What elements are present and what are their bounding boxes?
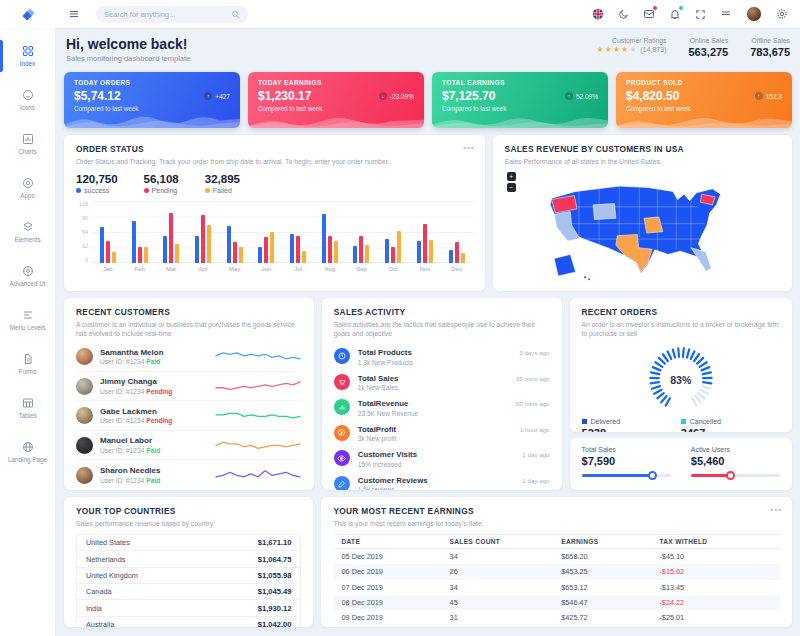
order-status-chart: 1289664320 JanFebMarAprMayJunJulAugSepOc… <box>76 201 473 272</box>
customer-row[interactable]: Manuel Labor User ID: #1234Paid <box>76 431 302 461</box>
layers-icon <box>22 221 34 233</box>
sidebar-toggle-button[interactable] <box>68 8 80 20</box>
header-stats: Customer Ratings ★★★★★(14,873) Online Sa… <box>597 37 790 58</box>
main-content: Hi, welcome back! Sales monitoring dashb… <box>56 28 800 636</box>
country-name: Canada <box>86 587 112 596</box>
country-row: India$1,930.12 <box>77 600 300 616</box>
bar-failed-aug <box>334 241 338 263</box>
apps-icon <box>22 177 34 189</box>
apps-menu-button[interactable] <box>720 8 732 20</box>
panel-title: SALES ACTIVITY <box>334 307 550 317</box>
dark-mode-button[interactable] <box>618 9 629 20</box>
coin-icon <box>334 425 350 441</box>
column-header: EARNINGS <box>561 538 659 545</box>
bar-group-may <box>227 201 243 263</box>
customer-row[interactable]: Samantha Melon User ID: #1234Paid <box>76 342 302 372</box>
panel-title: RECENT ORDERS <box>582 307 780 317</box>
activity-sub: 15% increased <box>358 461 417 468</box>
card-value: $4,820.50 <box>626 89 679 103</box>
cell-count: 34 <box>450 583 562 592</box>
customer-ratings-stat: Customer Ratings ★★★★★(14,873) <box>597 37 667 58</box>
sidebar-item-index[interactable]: Index <box>0 34 55 78</box>
table-icon <box>22 397 34 409</box>
bar-failed-dec <box>461 253 465 264</box>
bar-pending-jun <box>264 237 268 264</box>
sidebar-label: Charts <box>18 148 37 155</box>
sidebar-item-icons[interactable]: Icons <box>0 78 55 122</box>
status-badge: Paid <box>146 447 160 454</box>
user-avatar[interactable] <box>746 6 762 22</box>
customer-row[interactable]: Jimmy Changa User ID: #1234Pending <box>76 372 302 402</box>
usa-map-svg[interactable] <box>505 170 780 284</box>
activity-item[interactable]: Total Sales1k New Sales 35 mins ago <box>334 370 550 396</box>
activity-title: Customer Reviews <box>358 476 428 485</box>
fullscreen-button[interactable] <box>695 9 706 20</box>
customer-id: User ID: #1234 <box>100 388 144 395</box>
customer-id: User ID: #1234 <box>100 417 144 424</box>
country-name: United Kingdom <box>86 571 138 580</box>
x-axis-labels: JanFebMarAprMayJunJulAugSepOctNovDec <box>92 266 473 272</box>
map-zoom-in-button[interactable]: + <box>507 172 516 181</box>
slider-knob[interactable] <box>726 471 735 480</box>
bar-pending-jan <box>106 241 110 263</box>
activity-time: 3 days ago <box>519 348 549 356</box>
bar-failed-may <box>239 247 243 263</box>
expand-icon <box>695 9 706 20</box>
sidebar-item-forms[interactable]: Forms <box>0 342 55 386</box>
language-flag-button[interactable] <box>592 8 604 20</box>
sidebar-label: Icons <box>20 104 35 111</box>
more-options-icon[interactable]: ••• <box>463 143 474 152</box>
rating-count: (14,873) <box>640 46 666 53</box>
slider-knob[interactable] <box>648 471 657 480</box>
bar-success-may <box>227 226 231 263</box>
activity-item[interactable]: Customer Reviews1.5k reviews 1 day ago <box>334 472 550 490</box>
more-options-icon[interactable]: ••• <box>771 505 782 514</box>
notifications-button[interactable] <box>669 8 681 20</box>
failed-stat: 32,895 Failed <box>205 173 240 194</box>
app-logo[interactable] <box>0 7 56 22</box>
messages-button[interactable] <box>643 8 655 20</box>
sidebar-item-landing-page[interactable]: Landing Page <box>0 430 55 474</box>
trend-arrow-icon: ↓ <box>379 92 387 100</box>
sidebar-item-elements[interactable]: Elements <box>0 210 55 254</box>
sidebar-item-advanced-ui[interactable]: Advanced UI <box>0 254 55 298</box>
customer-row[interactable]: Gabe Lackmen User ID: #1234Pending <box>76 401 302 431</box>
search-input[interactable] <box>104 10 214 19</box>
sales-activity-panel: SALES ACTIVITY Sales activities are the … <box>322 298 562 490</box>
settings-button[interactable] <box>776 8 788 20</box>
card-title: PRODUCT SOLD <box>626 79 782 86</box>
file-icon <box>22 353 34 365</box>
recent-customers-panel: RECENT CUSTOMERS A customer is an indivi… <box>64 298 314 490</box>
slider-label: Active Users <box>691 446 780 453</box>
map-zoom-out-button[interactable]: − <box>507 183 516 192</box>
trend-arrow-icon: ↑ <box>565 92 573 100</box>
logo-diamond-icon <box>21 7 36 22</box>
sidebar-item-apps[interactable]: Apps <box>0 166 55 210</box>
global-search[interactable] <box>96 6 248 23</box>
eye-icon <box>334 450 350 466</box>
activity-item[interactable]: TotalProfit3k New profit 1 hour ago <box>334 421 550 447</box>
usa-map[interactable]: + − <box>505 170 780 288</box>
bar-failed-feb <box>144 247 148 263</box>
country-row: United Kingdom$1,055.98 <box>77 568 300 584</box>
total-sales-slider-block: Total Sales $7,590 <box>582 446 671 482</box>
bar-success-dec <box>449 250 453 263</box>
bar-success-oct <box>385 239 389 263</box>
bar-success-jun <box>258 247 262 263</box>
activity-item[interactable]: Total Products1.3k New Products 3 days a… <box>334 344 550 370</box>
customer-row[interactable]: Sharon Needles User ID: #1234Paid <box>76 460 302 490</box>
search-icon[interactable] <box>231 10 240 19</box>
gauge-value: 83% <box>582 374 780 386</box>
bar-group-sep <box>353 201 369 263</box>
earnings-table: DATE SALES COUNT EARNINGS TAX WITHELD 05… <box>333 534 780 625</box>
stat-card-today-earnings: TODAY EARNINGS $1,230.17 ↓-23.09% Compar… <box>248 72 424 128</box>
sidebar-item-menu-levels[interactable]: Menu Levels <box>0 298 55 342</box>
activity-item[interactable]: TotalRevenue23.5K New Revenue 50 mins ag… <box>334 395 550 421</box>
activity-item[interactable]: Customer Visits15% increased 1 day ago <box>334 446 550 472</box>
sidebar-item-charts[interactable]: Charts <box>0 122 55 166</box>
bar-pending-feb <box>138 247 142 263</box>
sidebar-item-tables[interactable]: Tables <box>0 386 55 430</box>
sidebar-nav: Index Icons Charts Apps Elements Advance… <box>0 28 56 636</box>
active-users-slider[interactable] <box>691 474 780 477</box>
total-sales-slider[interactable] <box>582 474 671 477</box>
